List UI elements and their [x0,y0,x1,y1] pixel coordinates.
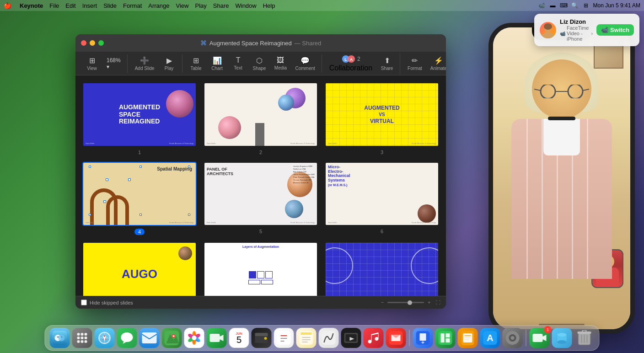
zoom-slider[interactable] [387,302,424,303]
toolbar-format-btn[interactable]: ✏ Format [404,54,426,73]
apple-menu[interactable]: 🍎 [4,2,11,9]
dock-pages[interactable] [458,328,478,348]
menu-file[interactable]: File [49,2,59,9]
slide-thumb-7[interactable]: AUGO Sara Diallo Finale Museum of Techno… [82,242,197,296]
shape-icon: ⬡ [256,56,263,65]
slide2-sphere3 [218,116,241,139]
dock-messages[interactable] [117,328,137,348]
zoom-decrease-btn[interactable]: − [381,300,384,305]
stripe-2 [542,119,543,279]
slide-item-2[interactable]: Sara Diallo Finale Museum of Technology … [204,82,318,155]
svg-point-23 [85,340,87,343]
slide2-footer-right: Finale Museum of Technology [290,142,315,144]
dock-separator-2 [526,330,526,346]
menu-window[interactable]: Window [235,2,256,9]
dock-safari[interactable] [95,328,115,348]
zoom-increase-btn[interactable]: + [428,300,430,305]
wifi-icon[interactable]: ⌨ [560,2,568,9]
facetime-switch-button[interactable]: 📹 Switch [596,24,634,36]
svg-rect-81 [533,334,543,342]
toolbar-play-btn[interactable]: ▶ Play [159,54,179,73]
dock-freeform[interactable] [319,328,339,348]
maximize-button[interactable] [98,40,104,46]
toolbar-media-btn[interactable]: 🖼 Media [270,54,290,72]
slide-item-3[interactable]: Augmented VS Virtual Sara Diallo Finale … [325,82,439,155]
toolbar-view-btn[interactable]: ⊞ View [82,54,102,73]
slide-thumb-2[interactable]: Sara Diallo Finale Museum of Technology [204,82,318,147]
camera-icon[interactable]: 📹 [538,2,546,9]
dock-wallet[interactable] [252,328,272,348]
facetime-info: Liz Dizon 📹 FaceTime Video - iPhone › [560,18,593,42]
toolbar-animate-btn[interactable]: ⚡ Animate [427,54,446,73]
dock-finder[interactable] [50,328,70,348]
dock-launchpad[interactable] [72,328,92,348]
checkbox-input[interactable] [81,300,87,305]
toolbar-comment-btn[interactable]: 💬 Comment [291,54,318,73]
dock-appstore[interactable]: A [480,328,500,348]
menu-view[interactable]: View [176,2,189,9]
slide-item-4[interactable]: Spatial Mapping Sara Diallo Finale Museu… [82,162,197,235]
svg-text:A: A [350,57,353,62]
toolbar-shape-btn[interactable]: ⬡ Shape [249,54,270,73]
slide-thumb-3[interactable]: Augmented VS Virtual Sara Diallo Finale … [325,82,439,147]
slide-thumb-1[interactable]: AUGMENTEDSPACEREIMAGINED Sara Diallo Fin… [82,82,197,147]
search-icon[interactable]: 🔍 [571,2,579,9]
svg-rect-80 [517,337,520,339]
toolbar-chart-btn[interactable]: 📊 Chart [207,54,227,73]
toolbar-addslide-group: ➕ Add Slide ▶ Play [129,54,182,73]
slide-thumb-9[interactable]: PHYSICAL AUGMENTED VIRTUAL Sara Diallo F… [325,242,439,296]
slide-item-8[interactable]: Layers of Augmentation Sara Diallo [204,242,318,296]
slide-item-7[interactable]: AUGO Sara Diallo Finale Museum of Techno… [82,242,197,296]
dock-facetime2[interactable]: 1 [530,328,550,348]
control-center-icon[interactable]: ⊞ [582,2,590,9]
close-button[interactable] [81,40,86,46]
svg-point-86 [558,333,567,337]
menu-insert[interactable]: Insert [82,2,97,9]
toolbar-zoom-btn[interactable]: 168% ▾ Zoom [103,55,124,72]
dock-facetime[interactable] [207,328,227,348]
dock-music[interactable] [364,328,384,348]
dock-sysprefs[interactable] [503,328,523,348]
slide-thumb-4[interactable]: Spatial Mapping Sara Diallo Finale Museu… [82,162,197,226]
minimize-button[interactable] [90,40,95,46]
dock-numbers[interactable] [435,328,456,348]
menu-share[interactable]: Share [213,2,229,9]
dock-mail[interactable] [140,328,160,348]
menu-edit[interactable]: Edit [65,2,75,9]
slide-item-9[interactable]: PHYSICAL AUGMENTED VIRTUAL Sara Diallo F… [325,242,439,296]
menu-play[interactable]: Play [195,2,206,9]
dock-tv[interactable] [341,328,361,348]
menu-arrange[interactable]: Arrange [148,2,169,9]
toolbar-collaboration-btn[interactable]: L A 2 Collaboration [326,53,376,74]
zoom-fullscreen-btn[interactable]: ⛶ [436,300,440,305]
dock-calendar[interactable]: JUN 5 [229,328,249,348]
stripe-1 [526,119,528,279]
slide-thumb-5[interactable]: PANEL OFARCHITECTS Jocelyn Engstrom SWE … [204,162,318,226]
dock-datajar[interactable] [552,328,572,348]
dock-maps[interactable] [162,328,182,348]
dock-notes[interactable] [296,328,317,348]
dock-photos[interactable] [184,328,204,348]
toolbar-table-btn[interactable]: ⊞ Table [186,54,206,73]
menu-help[interactable]: Help [263,2,275,9]
slide-item-5[interactable]: PANEL OFARCHITECTS Jocelyn Engstrom SWE … [204,162,318,235]
toolbar-share-btn[interactable]: ⬆ Share [377,54,397,73]
dock-keynote[interactable] [413,328,433,348]
svg-point-8 [568,85,583,98]
svg-point-40 [192,336,197,340]
menu-slide[interactable]: Slide [103,2,117,9]
slide-item-6[interactable]: Micro-Electro-MechanicalSystems(or M.E.M… [325,162,439,235]
toolbar-text-btn[interactable]: T Text [228,54,248,72]
menu-format[interactable]: Format [123,2,142,9]
app-name[interactable]: Keynote [20,2,43,9]
slide-thumb-6[interactable]: Micro-Electro-MechanicalSystems(or M.E.M… [325,162,439,226]
slide6-footer-left: Sara Diallo [328,221,337,224]
slide-thumb-8[interactable]: Layers of Augmentation Sara Diallo [204,242,318,296]
slide2-footer-left: Sara Diallo [207,142,216,144]
toolbar-addslide-btn[interactable]: ➕ Add Slide [131,54,158,73]
dock-news[interactable] [386,328,406,348]
dock-reminders[interactable] [274,328,294,348]
hide-skipped-checkbox[interactable]: Hide skipped slides [81,300,133,305]
slide-item-1[interactable]: AUGMENTEDSPACEREIMAGINED Sara Diallo Fin… [82,82,197,155]
dock-trash[interactable] [574,328,595,348]
